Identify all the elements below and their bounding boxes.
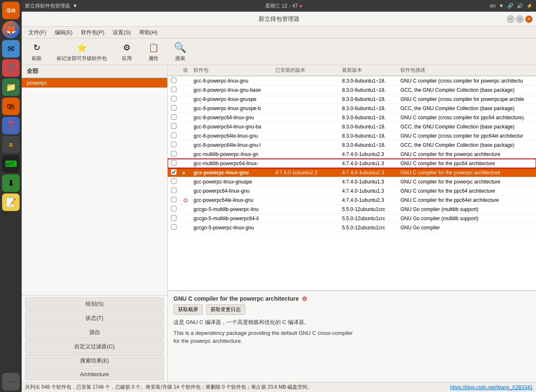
pkg-desc-8: GNU C compiler for the powerpc architect… (400, 151, 536, 157)
properties-button[interactable]: 📋 属性 (143, 39, 164, 64)
refresh-icon: ↻ (30, 41, 43, 54)
app-name-label: 新立得软件包管理器 (25, 3, 70, 10)
package-row-9[interactable]: gcc-multilib-powerpc64-linux-4:7.4.0-1ub… (168, 159, 536, 168)
status-bar: 共列出 548 个软件包，已安装 1746 个，已破损 0 个。将安装/升级 1… (22, 382, 536, 392)
firefox-icon[interactable]: 🦊 (2, 21, 20, 38)
col-status-header: 状 (179, 67, 192, 74)
menu-edit[interactable]: 编辑(E) (51, 28, 76, 37)
mark-upgrades-button[interactable]: ⭐ 标记全部可升级软件包 (53, 39, 110, 64)
pkg-checkbox-15[interactable] (168, 215, 179, 222)
install-icon[interactable]: ⬇ (2, 174, 20, 192)
pkg-checkbox-4[interactable] (168, 114, 179, 121)
apply-button[interactable]: ⚙ 应用 (117, 39, 137, 64)
pkg-checkbox-10[interactable] (168, 169, 179, 176)
files-icon[interactable]: 📁 (2, 78, 20, 96)
toolbar: ↻ 刷新 ⭐ 标记全部可升级软件包 ⚙ 应用 📋 属性 🔍 搜索 (22, 38, 536, 65)
pkg-checkbox-13[interactable] (168, 197, 179, 204)
package-row-16[interactable]: gccgo-5-powerpc-linux-gnu5.5.0-12ubuntu1… (168, 223, 536, 232)
help-icon[interactable]: ❓ (2, 117, 20, 134)
pkg-name-7: gcc-8-powerpc64le-linux-gnu-l (192, 142, 275, 148)
close-button[interactable]: ✕ (525, 15, 533, 23)
pkg-latest-12: 4:7.4.0-1ubuntu1.3 (342, 188, 400, 194)
amazon-icon[interactable]: a (2, 136, 20, 153)
pkg-checkbox-12[interactable] (168, 188, 179, 194)
package-row-0[interactable]: gcc-8-powerpc-linux-gnu8.3.0-6ubuntu1~18… (168, 76, 536, 85)
package-row-15[interactable]: gccgo-5-multilib-powerpc64-li5.5.0-12ubu… (168, 214, 536, 223)
col-installed-header[interactable]: 已安装的版本 (275, 67, 342, 74)
battery-icon[interactable]: ⚡ (526, 3, 533, 9)
music-icon[interactable]: 🎵 (2, 59, 20, 77)
package-list[interactable]: gcc-8-powerpc-linux-gnu8.3.0-6ubuntu1~18… (168, 76, 536, 290)
dropdown-arrow[interactable]: ▼ (73, 3, 78, 9)
sidebar-btn-architecture[interactable]: Architecture (25, 368, 164, 380)
email-icon[interactable]: ✉ (2, 40, 20, 58)
pkg-checkbox-0[interactable] (168, 78, 179, 84)
search-button[interactable]: 🔍 搜索 (170, 39, 190, 64)
pkg-checkbox-2[interactable] (168, 96, 179, 103)
search-label: 搜索 (175, 55, 185, 62)
package-row-12[interactable]: gcc-powerpc64-linux-gnu4:7.4.0-1ubuntu1.… (168, 186, 536, 196)
package-row-13[interactable]: ⊙gcc-powerpc64le-linux-gnu4:7.4.0-1ubunt… (168, 196, 536, 205)
get-screenshot-button[interactable]: 获取截屏 (174, 304, 203, 315)
lang-dropdown[interactable]: ▼ (499, 3, 504, 9)
sidebar-btn-groups[interactable]: 组别(S) (25, 297, 164, 311)
menu-file[interactable]: 文件(F) (25, 28, 50, 37)
pkg-checkbox-9[interactable] (168, 160, 179, 167)
col-name-header[interactable]: 软件包 (192, 67, 275, 74)
package-row-4[interactable]: gcc-8-powerpc64-linux-gnu8.3.0-6ubuntu1~… (168, 113, 536, 122)
pkg-latest-0: 8.3.0-6ubuntu1~18. (342, 78, 400, 84)
pkg-checkbox-11[interactable] (168, 178, 179, 185)
package-row-5[interactable]: gcc-8-powerpc64-linux-gnu-ba8.3.0-6ubunt… (168, 122, 536, 131)
sidebar-btn-origin[interactable]: 源自 (25, 326, 164, 339)
pkg-name-14: gccgo-5-multilib-powerpc-linu (192, 206, 275, 212)
minimize-button[interactable]: ─ (507, 15, 514, 23)
menu-settings[interactable]: 设置(S) (109, 28, 134, 37)
package-row-7[interactable]: gcc-8-powerpc64le-linux-gnu-l8.3.0-6ubun… (168, 141, 536, 150)
activities-button[interactable]: 活动 (2, 2, 20, 19)
volume-icon[interactable]: 🔊 (517, 3, 523, 9)
pkg-desc-2: GNU C compiler (cross compiler for power… (400, 96, 536, 102)
package-row-8[interactable]: gcc-multilib-powerpc-linux-gn4:7.4.0-1ub… (168, 150, 536, 159)
package-row-6[interactable]: gcc-8-powerpc64le-linux-gnu8.3.0-6ubuntu… (168, 131, 536, 141)
sidebar-btn-search-results[interactable]: 搜索结果(E) (25, 354, 164, 367)
package-row-10[interactable]: ●↻gcc-powerpc-linux-gnu4:7.4.0-1ubuntu2.… (168, 168, 536, 177)
menu-package[interactable]: 软件包(P) (78, 28, 108, 37)
pkg-latest-9: 4:7.4.0-1ubuntu1.3 (342, 161, 400, 166)
pkg-checkbox-6[interactable] (168, 133, 179, 139)
sidebar-btn-custom-filter[interactable]: 自定义过滤器(C) (25, 340, 164, 353)
refresh-button[interactable]: ↻ 刷新 (27, 39, 47, 64)
store-icon[interactable]: 🛍 (2, 98, 20, 115)
properties-icon: 📋 (147, 41, 160, 54)
desc-title: GNU C compiler for the powerpc architect… (174, 295, 530, 302)
get-changelog-button[interactable]: 获取变更日志 (206, 304, 245, 315)
search-icon: 🔍 (174, 41, 187, 54)
pkg-checkbox-1[interactable] (168, 87, 179, 93)
pkg-checkbox-7[interactable] (168, 142, 179, 148)
sidebar-selected-item[interactable]: powerpc (22, 78, 167, 88)
pkg-name-11: gcc-powerpc-linux-gnuspe (192, 179, 275, 185)
apply-label: 应用 (122, 55, 132, 62)
restore-button[interactable]: □ (516, 15, 523, 23)
apply-icon: ⚙ (120, 41, 133, 54)
package-row-1[interactable]: gcc-8-powerpc-linux-gnu-base8.3.0-6ubunt… (168, 85, 536, 95)
sidebar-filter-buttons: 组别(S) 状态(T) 源自 自定义过滤器(C) 搜索结果(E) Archite… (22, 295, 167, 382)
package-row-11[interactable]: gcc-powerpc-linux-gnuspe4:7.4.0-1ubuntu1… (168, 177, 536, 186)
pkg-checkbox-14[interactable] (168, 206, 179, 213)
package-row-3[interactable]: gcc-8-powerpc-linux-gnuspe-b8.3.0-6ubunt… (168, 104, 536, 113)
notes-icon[interactable]: 📝 (2, 193, 20, 211)
terminal-icon[interactable]: ⌨ (2, 155, 20, 173)
pkg-checkbox-16[interactable] (168, 224, 179, 231)
package-row-14[interactable]: gccgo-5-multilib-powerpc-linu5.5.0-12ubu… (168, 205, 536, 214)
apps-grid-icon[interactable]: ⋯ (2, 373, 20, 390)
package-row-2[interactable]: gcc-8-powerpc-linux-gnuspe8.3.0-6ubuntu1… (168, 95, 536, 104)
pkg-checkbox-8[interactable] (168, 151, 179, 158)
network-icon[interactable]: 🔗 (507, 3, 513, 9)
menu-help[interactable]: 帮助(H) (136, 28, 161, 37)
pkg-checkbox-5[interactable] (168, 123, 179, 130)
pkg-latest-10: 4:7.4.0-1ubuntu2.3 (342, 170, 400, 176)
sidebar-btn-status[interactable]: 状态(T) (25, 312, 164, 325)
col-latest-header[interactable]: 最新版本 (342, 67, 400, 74)
col-desc-header[interactable]: 软件包描述 (400, 67, 536, 74)
pkg-checkbox-3[interactable] (168, 105, 179, 112)
lang-indicator[interactable]: en (490, 3, 496, 9)
